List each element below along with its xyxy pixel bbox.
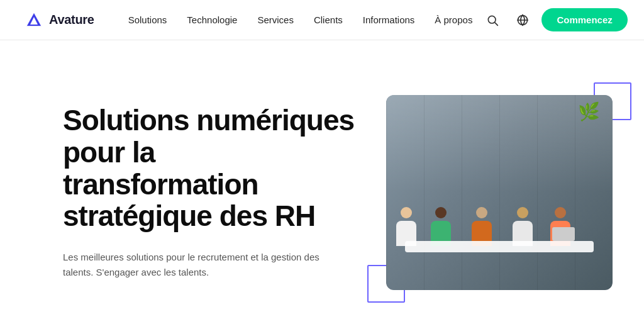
person-1 [392,207,420,246]
hero-subtitle: Les meilleures solutions pour le recrute… [63,250,327,280]
search-button[interactable] [481,9,504,31]
person-head [476,207,487,218]
hero-title: Solutions numériques pour la transformat… [63,104,355,232]
person-head [401,207,412,218]
search-icon [486,14,499,26]
meeting-illustration: 🌿 [386,95,613,290]
nav-item-clients[interactable]: Clients [305,9,352,30]
nav-item-informations[interactable]: Informations [354,9,424,30]
hero-content: Solutions numériques pour la transformat… [63,104,380,279]
plant-decoration: 🌿 [578,101,600,122]
person-head [517,207,528,218]
person-4 [509,207,536,246]
nav-links: Solutions Technologie Services Clients I… [119,9,482,30]
language-button[interactable] [511,9,534,31]
svg-point-4 [489,16,496,23]
nav-item-technologie[interactable]: Technologie [178,9,246,30]
nav-actions: Commencez [481,8,627,31]
hero-image-area: 🌿 [380,89,619,296]
nav-item-services[interactable]: Services [248,9,303,30]
laptop-icon [552,227,575,241]
nav-item-solutions[interactable]: Solutions [119,9,176,30]
meeting-table [405,241,594,252]
logo-link[interactable]: Avature [25,11,94,29]
globe-icon [516,14,529,26]
svg-line-5 [496,23,498,25]
person-head [555,207,566,218]
hero-section: Solutions numériques pour la transformat… [0,40,644,319]
person-3 [468,207,496,246]
brand-name: Avature [49,13,94,27]
avature-logo-icon [25,11,43,29]
hero-photo: 🌿 [386,95,613,290]
person-2 [427,207,455,246]
person-head [435,207,447,218]
nav-item-a-propos[interactable]: À propos [426,9,481,30]
navbar: Avature Solutions Technologie Services C… [0,0,644,40]
cta-button[interactable]: Commencez [541,8,627,31]
